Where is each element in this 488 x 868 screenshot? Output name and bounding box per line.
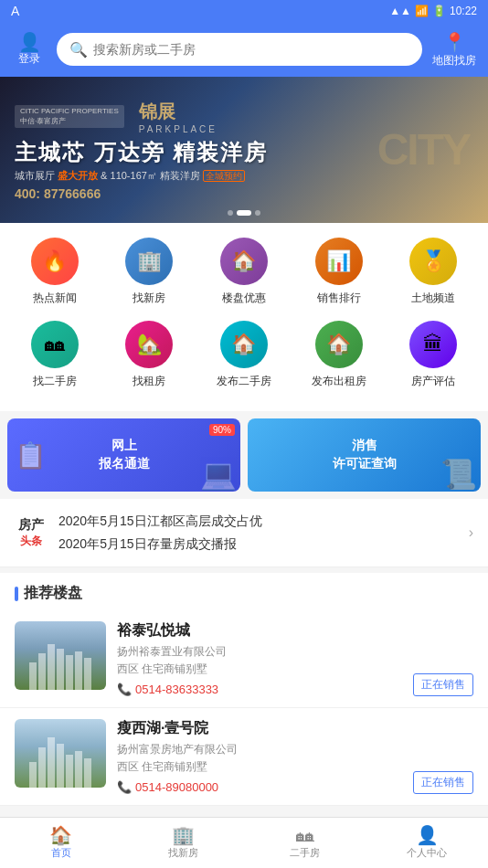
icon-discount[interactable]: 🏠 楼盘优惠 <box>207 238 281 306</box>
news-tag-bottom: 头条 <box>20 534 42 549</box>
news-tag: 房产 头条 <box>15 517 48 549</box>
icon-row-1: 🔥 热点新闻 🏢 找新房 🏠 楼盘优惠 📊 销售排行 🏅 土地频道 <box>7 238 481 306</box>
section-title: 推荐楼盘 <box>24 584 82 603</box>
post-second-label: 发布二手房 <box>217 374 271 389</box>
search-bar[interactable]: 🔍 <box>57 33 422 66</box>
property-img-2 <box>15 719 106 788</box>
banner-dots <box>228 210 260 216</box>
map-button[interactable]: 📍 地图找房 <box>431 31 477 69</box>
banner-city-watermark: CITY <box>377 128 470 172</box>
second-hand-icon: 🏘 <box>31 321 79 368</box>
dot-2[interactable] <box>237 210 251 216</box>
icon-row-2: 🏘 找二手房 🏡 找租房 🏠 发布二手房 🏠 发布出租房 🏛 房产评估 <box>7 321 481 389</box>
phone-icon-1: 📞 <box>117 683 132 696</box>
property-item-1[interactable]: 裕泰弘悦城 扬州裕泰置业有限公司 西区 住宅商铺别墅 📞 0514-836333… <box>0 610 488 708</box>
property-phone-1[interactable]: 📞 0514-83633333 <box>117 683 402 696</box>
property-item-2[interactable]: 瘦西湖·壹号院 扬州富景房地产有限公司 西区 住宅商铺别墅 📞 0514-890… <box>0 708 488 806</box>
land-icon: 🏅 <box>409 238 457 285</box>
property-info-1: 裕泰弘悦城 扬州裕泰置业有限公司 西区 住宅商铺别墅 📞 0514-836333… <box>117 621 402 696</box>
evaluate-icon: 🏛 <box>409 321 457 368</box>
promo-figure-2: 📜 <box>440 457 477 492</box>
nav-new-house-label: 找新房 <box>168 846 198 860</box>
map-label: 地图找房 <box>432 53 476 69</box>
building-blocks-2 <box>15 737 106 788</box>
nav-home-label: 首页 <box>51 846 71 860</box>
phone-icon-2: 📞 <box>117 780 132 794</box>
find-new-label: 找新房 <box>133 291 165 306</box>
icon-post-second[interactable]: 🏠 发布二手房 <box>207 321 281 389</box>
hot-news-label: 热点新闻 <box>33 291 77 306</box>
wifi-icon: 📶 <box>415 5 429 17</box>
nav-new-house-icon: 🏢 <box>172 826 195 844</box>
nav-profile-label: 个人中心 <box>407 846 447 860</box>
property-phone-2[interactable]: 📞 0514-89080000 <box>117 780 402 794</box>
icon-find-new[interactable]: 🏢 找新房 <box>112 238 186 306</box>
building-blocks-1 <box>15 644 106 690</box>
citic-logo: CITIC PACIFIC PROPERTIES 中信·泰富房产 <box>15 105 124 128</box>
discount-icon: 🏠 <box>220 238 268 285</box>
promo-permit-text: 消售 许可证查询 <box>333 437 397 472</box>
time: 10:22 <box>450 5 477 17</box>
icon-post-rent[interactable]: 🏠 发布出租房 <box>302 321 376 389</box>
icon-hot-news[interactable]: 🔥 热点新闻 <box>18 238 91 306</box>
nav-profile[interactable]: 👤 个人中心 <box>366 818 489 868</box>
property-company-2: 扬州富景房地产有限公司 <box>117 742 402 757</box>
hot-news-icon: 🔥 <box>31 238 79 285</box>
property-info-2: 瘦西湖·壹号院 扬州富景房地产有限公司 西区 住宅商铺别墅 📞 0514-890… <box>117 719 402 794</box>
nav-second-hand-label: 二手房 <box>290 846 320 860</box>
icon-rental[interactable]: 🏡 找租房 <box>112 321 186 389</box>
post-rent-icon: 🏠 <box>315 321 363 368</box>
second-hand-label: 找二手房 <box>33 374 77 389</box>
news-item-1[interactable]: 2020年5月15日江都区高层成交占优 <box>58 510 458 533</box>
search-input[interactable] <box>93 42 409 57</box>
nav-home-icon: 🏠 <box>49 826 72 844</box>
ranking-icon: 📊 <box>315 238 363 285</box>
header: 👤 登录 🔍 📍 地图找房 <box>0 22 488 77</box>
status-right: ▲▲ 📶 🔋 10:22 <box>389 5 477 17</box>
section-header: 推荐楼盘 <box>0 567 488 610</box>
bottom-nav: 🏠 首页 🏢 找新房 🏘 二手房 👤 个人中心 <box>0 817 488 868</box>
discount-label: 楼盘优惠 <box>222 291 266 306</box>
nav-second-hand[interactable]: 🏘 二手房 <box>244 818 366 868</box>
news-list: 2020年5月15日江都区高层成交占优 2020年5月15日存量房成交播报 <box>58 510 458 556</box>
battery-icon: 🔋 <box>432 5 446 17</box>
property-type-2: 西区 住宅商铺别墅 <box>117 759 402 775</box>
project-subtitle: PARKPLACE <box>139 124 217 134</box>
post-second-icon: 🏠 <box>220 321 268 368</box>
news-section[interactable]: 房产 头条 2020年5月15日江都区高层成交占优 2020年5月15日存量房成… <box>0 499 488 567</box>
icon-ranking[interactable]: 📊 销售排行 <box>302 238 376 306</box>
rental-icon: 🏡 <box>125 321 173 368</box>
promo-figure-1: 💻 <box>200 457 237 492</box>
promo-register-text: 网上 报名通道 <box>99 437 150 472</box>
icon-evaluate[interactable]: 🏛 房产评估 <box>397 321 470 389</box>
nav-new-house[interactable]: 🏢 找新房 <box>122 818 245 868</box>
login-button[interactable]: 👤 登录 <box>11 33 48 67</box>
status-left-icon: A <box>11 4 19 18</box>
promo-online-register[interactable]: 📋 网上 报名通道 90% 💻 <box>7 418 240 492</box>
promo-register-icon: 📋 <box>15 440 47 471</box>
promo-section: 📋 网上 报名通道 90% 💻 消售 许可证查询 📜 <box>0 411 488 499</box>
news-tag-top: 房产 <box>18 517 44 534</box>
nav-profile-icon: 👤 <box>416 826 439 844</box>
property-name-2: 瘦西湖·壹号院 <box>117 719 402 738</box>
status-bar: A ▲▲ 📶 🔋 10:22 <box>0 0 488 22</box>
property-list: 裕泰弘悦城 扬州裕泰置业有限公司 西区 住宅商铺别墅 📞 0514-836333… <box>0 610 488 806</box>
nav-home[interactable]: 🏠 首页 <box>0 818 122 868</box>
post-rent-label: 发布出租房 <box>312 374 366 389</box>
section-line <box>15 587 18 601</box>
property-status-2: 正在销售 <box>413 771 473 794</box>
icon-second-hand[interactable]: 🏘 找二手房 <box>18 321 91 389</box>
login-label: 登录 <box>18 51 40 67</box>
property-img-1 <box>15 621 106 690</box>
dot-3[interactable] <box>255 210 260 216</box>
evaluate-label: 房产评估 <box>411 374 455 389</box>
nav-second-hand-icon: 🏘 <box>296 826 314 844</box>
promo-permit-query[interactable]: 消售 许可证查询 📜 <box>248 418 481 492</box>
avatar-icon: 👤 <box>18 33 41 51</box>
dot-1[interactable] <box>228 210 233 216</box>
land-label: 土地频道 <box>411 291 455 306</box>
icon-land[interactable]: 🏅 土地频道 <box>397 238 470 306</box>
news-item-2[interactable]: 2020年5月15日存量房成交播报 <box>58 533 458 556</box>
banner[interactable]: CITIC PACIFIC PROPERTIES 中信·泰富房产 锦展 PARK… <box>0 77 488 223</box>
map-icon: 📍 <box>443 31 466 53</box>
